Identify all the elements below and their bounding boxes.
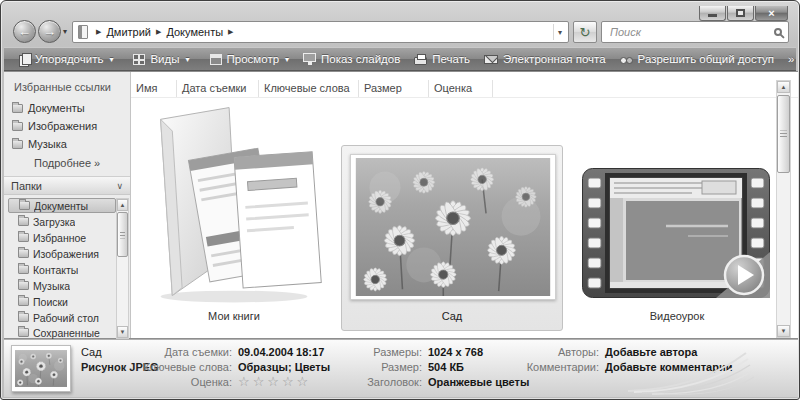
tree-item-documents[interactable]: Документы bbox=[8, 198, 116, 213]
tile-video-label: Видеоурок bbox=[571, 310, 783, 322]
chevron-down-icon: ▾ bbox=[186, 55, 190, 64]
tree-item-contacts[interactable]: Контакты bbox=[8, 262, 116, 277]
forward-button[interactable]: → bbox=[38, 20, 61, 43]
field-label: Заголовок: bbox=[264, 376, 422, 388]
column-keywords[interactable]: Ключевые слова bbox=[259, 80, 359, 97]
folder-icon bbox=[18, 313, 29, 322]
main-area: Избранные ссылки Документы Изображения М… bbox=[4, 71, 798, 339]
views-button[interactable]: Виды ▾ bbox=[126, 51, 196, 67]
field-label: Авторы: bbox=[444, 346, 599, 358]
refresh-icon: ↻ bbox=[580, 25, 591, 40]
details-pane: Сад Рисунок JPEG Дата съемки:09.04.2004 … bbox=[4, 339, 798, 397]
email-label: Электронная почта bbox=[503, 53, 606, 65]
scrollbar-thumb[interactable] bbox=[777, 95, 790, 173]
tree-item-saved[interactable]: Сохраненные bbox=[8, 325, 116, 340]
address-bar[interactable]: ▶ Дмитрий ▶ Документы ▶ ▾ bbox=[72, 21, 569, 43]
tree-item-label: Сохраненные bbox=[33, 327, 100, 339]
organize-button[interactable]: Упорядочить ▾ bbox=[12, 51, 120, 67]
sidebar-item-music[interactable]: Музыка bbox=[12, 136, 67, 152]
chevron-down-icon: ▾ bbox=[63, 27, 67, 36]
content-scrollbar[interactable]: ▲ ▼ bbox=[776, 80, 791, 338]
column-size[interactable]: Размер bbox=[359, 80, 429, 97]
tile-image-label: Сад bbox=[342, 310, 562, 322]
photo-frame bbox=[350, 154, 556, 300]
scroll-up-button[interactable]: ▲ bbox=[117, 199, 128, 211]
breadcrumb-user[interactable]: Дмитрий bbox=[106, 26, 151, 38]
breadcrumb-documents[interactable]: Документы bbox=[166, 26, 223, 38]
maximize-button[interactable] bbox=[727, 6, 754, 21]
scrollbar-thumb[interactable] bbox=[117, 212, 128, 257]
folder-thumbnail bbox=[141, 100, 327, 308]
scroll-down-button[interactable]: ▼ bbox=[117, 326, 128, 338]
sidebar-item-label: Музыка bbox=[28, 138, 67, 150]
refresh-button[interactable]: ↻ bbox=[573, 21, 597, 43]
breadcrumb-arrow-icon[interactable]: ▶ bbox=[223, 28, 238, 36]
sidebar-item-pictures[interactable]: Изображения bbox=[12, 118, 97, 134]
close-icon: × bbox=[768, 7, 774, 19]
close-button[interactable]: × bbox=[755, 6, 788, 21]
forward-icon: → bbox=[43, 24, 56, 39]
tree-item-desktop[interactable]: Рабочий стол bbox=[8, 310, 116, 325]
tree-item-downloads[interactable]: Загрузка bbox=[8, 214, 116, 229]
tree-item-favorites[interactable]: Избранное bbox=[8, 230, 116, 245]
folder-icon bbox=[18, 281, 29, 290]
scroll-down-icon: ▼ bbox=[781, 328, 787, 334]
address-dropdown-button[interactable]: ▾ bbox=[558, 28, 564, 37]
tree-item-label: Загрузка bbox=[33, 216, 75, 228]
column-name[interactable]: Имя bbox=[131, 80, 177, 97]
tree-item-label: Рабочий стол bbox=[33, 312, 99, 324]
search-input[interactable] bbox=[608, 25, 774, 39]
tree-item-pictures[interactable]: Изображения bbox=[8, 246, 116, 261]
tree-item-music[interactable]: Музыка bbox=[8, 278, 116, 293]
preview-button[interactable]: Просмотр ▾ bbox=[203, 51, 297, 67]
field-label: Оценка: bbox=[84, 376, 232, 388]
slideshow-button[interactable]: Показ слайдов bbox=[296, 51, 407, 67]
email-icon bbox=[484, 55, 498, 64]
sidebar-item-documents[interactable]: Документы bbox=[12, 100, 85, 116]
folders-band-label: Папки bbox=[11, 180, 42, 192]
scroll-up-button[interactable]: ▲ bbox=[777, 81, 790, 93]
folders-band[interactable]: Папки ∨ bbox=[4, 176, 130, 195]
search-box bbox=[601, 21, 789, 43]
video-thumbnail bbox=[582, 168, 772, 300]
share-button[interactable]: Разрешить общий доступ bbox=[613, 51, 781, 67]
field-label: Ключевые слова: bbox=[84, 361, 232, 373]
back-button[interactable]: ← bbox=[13, 20, 36, 43]
tree-scrollbar[interactable]: ▲ ▼ bbox=[116, 198, 129, 339]
scroll-up-icon: ▲ bbox=[120, 202, 126, 208]
explorer-window: × ← → ▾ ▶ Дмитрий ▶ Документы ▶ ▾ ↻ Упор… bbox=[0, 0, 800, 400]
slideshow-label: Показ слайдов bbox=[321, 53, 400, 65]
toolbar-overflow-button[interactable]: » bbox=[781, 51, 800, 67]
email-button[interactable]: Электронная почта bbox=[477, 51, 613, 67]
tree-item-label: Избранное bbox=[33, 232, 86, 244]
print-button[interactable]: Печать bbox=[407, 51, 477, 67]
tile-image-selected[interactable]: Сад bbox=[341, 145, 563, 331]
column-date-taken[interactable]: Дата съемки bbox=[177, 80, 259, 97]
chevron-down-icon: ▾ bbox=[109, 55, 113, 64]
recent-pages-dropdown[interactable]: ▾ bbox=[63, 27, 67, 36]
column-headers: Имя Дата съемки Ключевые слова Размер Оц… bbox=[131, 80, 798, 98]
folder-icon bbox=[19, 201, 30, 210]
column-rating[interactable]: Оценка bbox=[429, 80, 493, 97]
tree-item-label: Поиски bbox=[33, 296, 68, 308]
collapse-chevron-icon: ∨ bbox=[116, 181, 123, 191]
more-link-label: Подробнее bbox=[34, 157, 91, 169]
organize-icon bbox=[19, 53, 30, 65]
minimize-button[interactable] bbox=[699, 6, 726, 21]
tile-folder-label: Мои книги bbox=[141, 310, 327, 322]
tree-item-searches[interactable]: Поиски bbox=[8, 294, 116, 309]
preview-icon bbox=[210, 54, 222, 65]
folder-icon bbox=[18, 233, 29, 242]
field-label: Размер: bbox=[264, 361, 422, 373]
search-icon[interactable] bbox=[774, 28, 782, 36]
breadcrumb-arrow-icon[interactable]: ▶ bbox=[151, 28, 166, 36]
folder-icon bbox=[12, 122, 23, 131]
tree-item-label: Документы bbox=[34, 200, 88, 212]
minimize-icon bbox=[708, 14, 717, 17]
more-link[interactable]: Подробнее » bbox=[34, 157, 100, 169]
preview-label: Просмотр bbox=[227, 53, 280, 65]
overflow-icon: » bbox=[788, 53, 794, 65]
scroll-down-button[interactable]: ▼ bbox=[777, 325, 790, 337]
scroll-down-icon: ▼ bbox=[120, 329, 126, 335]
field-value[interactable]: Оранжевые цветы bbox=[428, 376, 529, 388]
